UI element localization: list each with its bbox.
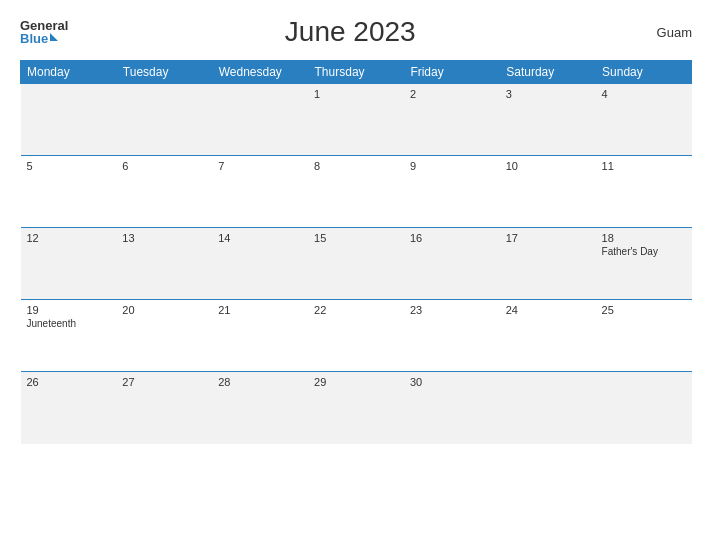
header-saturday: Saturday: [500, 61, 596, 84]
calendar-cell: [21, 84, 117, 156]
day-number: 30: [410, 376, 494, 388]
day-number: 2: [410, 88, 494, 100]
calendar-cell: 30: [404, 372, 500, 444]
calendar-cell: 16: [404, 228, 500, 300]
calendar-cell: 17: [500, 228, 596, 300]
calendar-cell: 14: [212, 228, 308, 300]
calendar-week-2: 567891011: [21, 156, 692, 228]
calendar-cell: 13: [116, 228, 212, 300]
calendar-cell: 6: [116, 156, 212, 228]
calendar-page: General Blue June 2023 Guam Monday Tuesd…: [0, 0, 712, 550]
day-number: 5: [27, 160, 111, 172]
calendar-cell: 3: [500, 84, 596, 156]
calendar-cell: 2: [404, 84, 500, 156]
day-number: 26: [27, 376, 111, 388]
day-number: 16: [410, 232, 494, 244]
calendar-cell: [212, 84, 308, 156]
logo-triangle-icon: [50, 33, 58, 41]
event-label: Juneteenth: [27, 318, 111, 329]
calendar-table: Monday Tuesday Wednesday Thursday Friday…: [20, 60, 692, 444]
header-sunday: Sunday: [596, 61, 692, 84]
event-label: Father's Day: [602, 246, 686, 257]
calendar-cell: [596, 372, 692, 444]
calendar-cell: 28: [212, 372, 308, 444]
day-number: 21: [218, 304, 302, 316]
calendar-cell: 29: [308, 372, 404, 444]
calendar-cell: 9: [404, 156, 500, 228]
header-wednesday: Wednesday: [212, 61, 308, 84]
header-tuesday: Tuesday: [116, 61, 212, 84]
day-number: 23: [410, 304, 494, 316]
header-thursday: Thursday: [308, 61, 404, 84]
calendar-cell: 1: [308, 84, 404, 156]
day-number: 20: [122, 304, 206, 316]
logo-blue-text: Blue: [20, 32, 48, 45]
calendar-body: 123456789101112131415161718Father's Day1…: [21, 84, 692, 444]
calendar-cell: 24: [500, 300, 596, 372]
calendar-week-3: 12131415161718Father's Day: [21, 228, 692, 300]
header: General Blue June 2023 Guam: [20, 16, 692, 48]
calendar-week-4: 19Juneteenth202122232425: [21, 300, 692, 372]
day-number: 14: [218, 232, 302, 244]
day-number: 12: [27, 232, 111, 244]
calendar-week-5: 2627282930: [21, 372, 692, 444]
calendar-cell: 15: [308, 228, 404, 300]
day-number: 13: [122, 232, 206, 244]
header-friday: Friday: [404, 61, 500, 84]
calendar-week-1: 1234: [21, 84, 692, 156]
calendar-cell: 4: [596, 84, 692, 156]
calendar-cell: 21: [212, 300, 308, 372]
calendar-cell: [116, 84, 212, 156]
day-number: 29: [314, 376, 398, 388]
day-number: 27: [122, 376, 206, 388]
calendar-cell: 23: [404, 300, 500, 372]
day-number: 1: [314, 88, 398, 100]
calendar-cell: 10: [500, 156, 596, 228]
day-number: 11: [602, 160, 686, 172]
calendar-cell: 7: [212, 156, 308, 228]
calendar-cell: 22: [308, 300, 404, 372]
day-number: 28: [218, 376, 302, 388]
calendar-cell: 25: [596, 300, 692, 372]
region-label: Guam: [632, 25, 692, 40]
day-number: 4: [602, 88, 686, 100]
day-number: 10: [506, 160, 590, 172]
logo: General Blue: [20, 19, 68, 45]
calendar-cell: 5: [21, 156, 117, 228]
day-number: 9: [410, 160, 494, 172]
calendar-cell: 27: [116, 372, 212, 444]
day-number: 8: [314, 160, 398, 172]
day-number: 3: [506, 88, 590, 100]
calendar-cell: 8: [308, 156, 404, 228]
day-number: 6: [122, 160, 206, 172]
weekday-header-row: Monday Tuesday Wednesday Thursday Friday…: [21, 61, 692, 84]
header-monday: Monday: [21, 61, 117, 84]
calendar-cell: 19Juneteenth: [21, 300, 117, 372]
calendar-cell: 11: [596, 156, 692, 228]
day-number: 24: [506, 304, 590, 316]
calendar-cell: 26: [21, 372, 117, 444]
day-number: 17: [506, 232, 590, 244]
day-number: 18: [602, 232, 686, 244]
month-title: June 2023: [285, 16, 416, 48]
calendar-cell: 12: [21, 228, 117, 300]
calendar-header: Monday Tuesday Wednesday Thursday Friday…: [21, 61, 692, 84]
day-number: 15: [314, 232, 398, 244]
day-number: 7: [218, 160, 302, 172]
calendar-cell: [500, 372, 596, 444]
day-number: 25: [602, 304, 686, 316]
day-number: 19: [27, 304, 111, 316]
calendar-cell: 18Father's Day: [596, 228, 692, 300]
calendar-cell: 20: [116, 300, 212, 372]
day-number: 22: [314, 304, 398, 316]
